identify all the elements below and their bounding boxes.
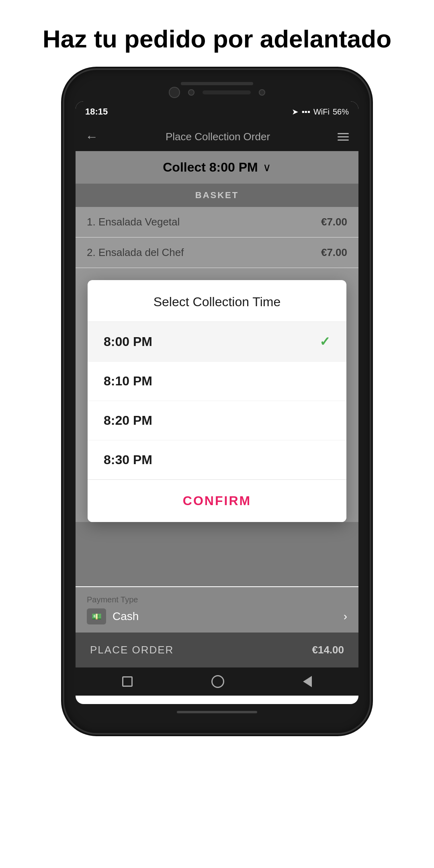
cameras bbox=[169, 87, 265, 98]
time-option-830pm[interactable]: 8:30 PM bbox=[88, 440, 346, 480]
basket-header: BASKET bbox=[76, 184, 358, 207]
page-title: Haz tu pedido por adelantado bbox=[27, 0, 407, 70]
payment-row[interactable]: 💵 Cash › bbox=[87, 608, 347, 624]
back-button[interactable]: ← bbox=[85, 129, 98, 144]
basket-item-1-price: €7.00 bbox=[321, 216, 347, 228]
cash-icon-symbol: 💵 bbox=[92, 612, 102, 621]
time-option-800pm-label: 8:00 PM bbox=[104, 334, 152, 349]
place-order-bar[interactable]: PLACE ORDER €14.00 bbox=[76, 633, 358, 667]
payment-left: 💵 Cash bbox=[87, 608, 139, 624]
camera-right bbox=[259, 89, 265, 96]
modal-title: Select Collection Time bbox=[88, 280, 346, 322]
time-option-810pm[interactable]: 8:10 PM bbox=[88, 362, 346, 401]
menu-line-1 bbox=[338, 133, 349, 134]
time-option-820pm[interactable]: 8:20 PM bbox=[88, 401, 346, 440]
overlay-spacer bbox=[76, 522, 358, 586]
payment-section: Payment Type 💵 Cash › bbox=[76, 587, 358, 633]
notch-bar bbox=[181, 82, 253, 85]
basket-item-1: 1. Ensalada Vegetal €7.00 bbox=[76, 207, 358, 237]
camera-left bbox=[169, 87, 180, 98]
phone-top bbox=[76, 82, 358, 98]
status-bar: 18:15 ➤ ▪▪▪ WiFi 56% bbox=[76, 101, 358, 122]
time-option-820pm-label: 8:20 PM bbox=[104, 413, 152, 428]
time-option-800pm[interactable]: 8:00 PM ✓ bbox=[88, 322, 346, 362]
phone-frame: 18:15 ➤ ▪▪▪ WiFi 56% ← Place Collection … bbox=[64, 70, 370, 733]
bottom-line bbox=[177, 711, 257, 713]
place-order-label: PLACE ORDER bbox=[90, 644, 174, 656]
status-icons: ➤ ▪▪▪ WiFi 56% bbox=[292, 107, 349, 117]
battery-indicator: 56% bbox=[333, 107, 349, 117]
signal-icon: ▪▪▪ bbox=[302, 107, 310, 117]
phone-bottom-bar bbox=[76, 708, 358, 716]
nav-bar: ← Place Collection Order bbox=[76, 122, 358, 151]
basket-item-1-label: Ensalada Vegetal bbox=[98, 216, 180, 228]
android-back-button[interactable] bbox=[303, 676, 312, 687]
menu-button[interactable] bbox=[338, 133, 349, 141]
time-option-810pm-label: 8:10 PM bbox=[104, 374, 152, 389]
basket-item-2-price: €7.00 bbox=[321, 246, 347, 259]
collect-time-text: Collect 8:00 PM bbox=[163, 160, 258, 175]
cash-icon: 💵 bbox=[87, 608, 106, 624]
location-icon: ➤ bbox=[292, 107, 299, 117]
time-selection-modal: Select Collection Time 8:00 PM ✓ 8:10 PM… bbox=[88, 280, 346, 522]
collect-time-header[interactable]: Collect 8:00 PM ∨ bbox=[76, 151, 358, 184]
home-button[interactable] bbox=[211, 675, 224, 688]
android-nav-bar bbox=[76, 667, 358, 696]
speaker bbox=[203, 90, 251, 94]
place-order-total: €14.00 bbox=[312, 644, 344, 656]
menu-line-2 bbox=[338, 136, 349, 137]
wifi-icon: WiFi bbox=[313, 107, 330, 117]
menu-line-3 bbox=[338, 139, 349, 141]
confirm-button[interactable]: CONFIRM bbox=[88, 480, 346, 522]
payment-method-text: Cash bbox=[113, 610, 139, 623]
recent-apps-button[interactable] bbox=[122, 676, 133, 687]
payment-type-label: Payment Type bbox=[87, 595, 347, 604]
status-time: 18:15 bbox=[85, 106, 108, 117]
basket-item-1-name: 1. Ensalada Vegetal bbox=[87, 216, 180, 228]
modal-backdrop: Select Collection Time 8:00 PM ✓ 8:10 PM… bbox=[76, 268, 358, 586]
camera-center bbox=[188, 89, 194, 96]
basket-item-2-number: 2. bbox=[87, 246, 96, 258]
basket-item-2-name: 2. Ensalada del Chef bbox=[87, 246, 184, 259]
basket-item-2-label: Ensalada del Chef bbox=[98, 246, 184, 258]
payment-arrow-icon: › bbox=[344, 610, 347, 623]
phone-screen: 18:15 ➤ ▪▪▪ WiFi 56% ← Place Collection … bbox=[76, 101, 358, 704]
collect-chevron-icon: ∨ bbox=[263, 161, 271, 174]
nav-title: Place Collection Order bbox=[166, 131, 270, 143]
time-option-800pm-check: ✓ bbox=[319, 334, 330, 349]
basket-item-2: 2. Ensalada del Chef €7.00 bbox=[76, 237, 358, 268]
basket-item-1-number: 1. bbox=[87, 216, 96, 228]
time-option-830pm-label: 8:30 PM bbox=[104, 452, 152, 467]
